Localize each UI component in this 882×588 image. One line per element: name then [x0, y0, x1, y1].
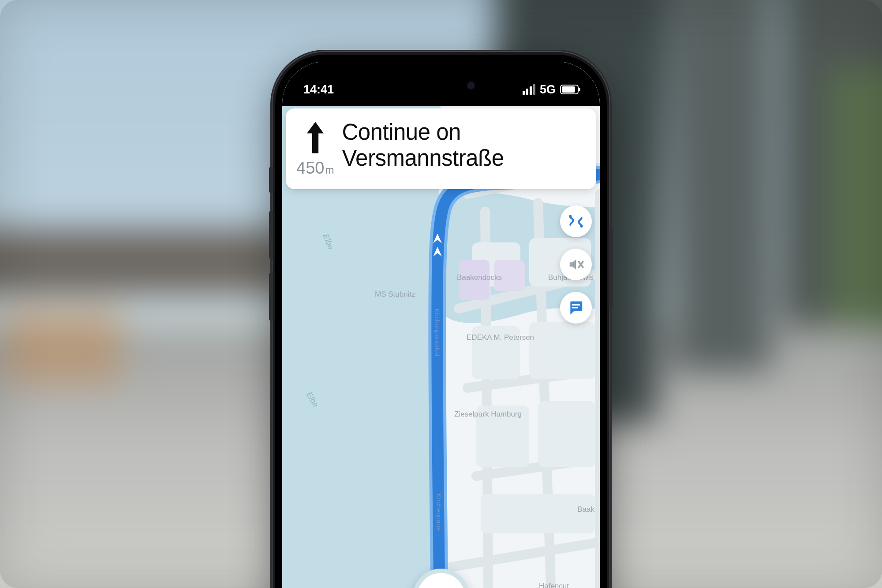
arrow-up-icon: [304, 121, 326, 156]
route-options-button[interactable]: [560, 205, 592, 237]
map-label-poi: Hafencut: [539, 582, 569, 588]
map-label-poi: EDEKA M. Petersen: [467, 333, 534, 342]
map-label-poi: Zieselpark Hamburg: [454, 410, 522, 419]
phone-screen: Elbe Elbe Elbe ViewPoint Baakenba MS Stu…: [282, 62, 600, 588]
status-time: 14:41: [303, 83, 334, 97]
route-icon: [568, 213, 584, 230]
mute-button[interactable]: [560, 249, 592, 280]
camera-icon: [467, 81, 475, 90]
map-label-poi: Baakendocks: [457, 273, 502, 282]
distance-readout: 450m: [296, 159, 334, 178]
map-controls: [560, 205, 592, 324]
iphone-frame: Elbe Elbe Elbe ViewPoint Baakenba MS Stu…: [273, 52, 609, 588]
svg-rect-5: [538, 401, 595, 467]
map-label-poi: Baak: [577, 505, 594, 514]
map-label-road: Kirchenpauerkai: [434, 309, 441, 356]
dynamic-island: [398, 73, 484, 98]
signal-icon: [523, 84, 535, 95]
svg-rect-3: [529, 322, 595, 379]
heading-icon: [430, 586, 452, 588]
instruction-text: Continue on Versmannstraße: [342, 119, 504, 178]
mute-icon: [568, 256, 584, 273]
instruction-street: Versmannstraße: [342, 145, 504, 171]
battery-icon: [560, 85, 579, 94]
distance-value: 450: [296, 159, 324, 178]
svg-point-10: [580, 225, 583, 227]
navigation-instruction-card[interactable]: 450m Continue on Versmannstraße: [286, 108, 596, 189]
map-label-road: Kirchenpaue: [435, 494, 443, 531]
chat-icon: [568, 299, 584, 316]
network-label: 5G: [540, 83, 556, 97]
distance-unit: m: [325, 164, 334, 176]
instruction-action: Continue on: [342, 119, 461, 145]
feedback-button[interactable]: [560, 292, 592, 324]
svg-point-9: [569, 215, 572, 218]
map-label-poi: MS Stubnitz: [375, 290, 415, 299]
